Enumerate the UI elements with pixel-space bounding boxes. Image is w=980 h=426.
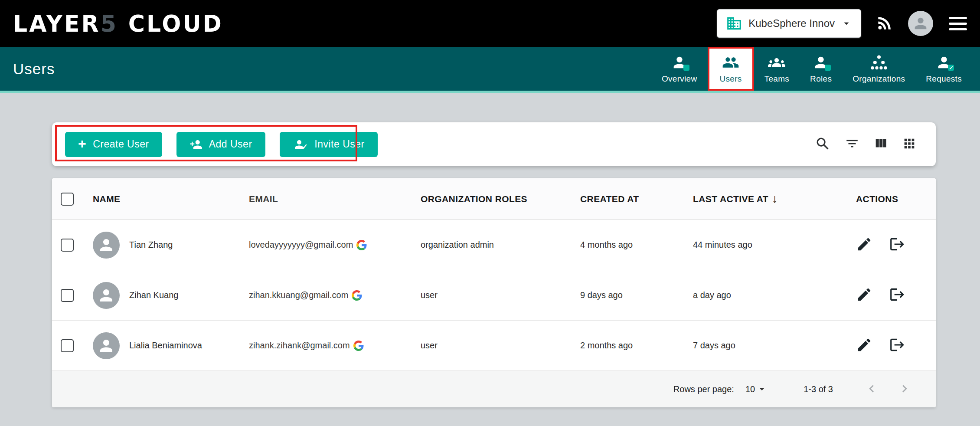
table-header-row: NAME EMAIL ORGANIZATION ROLES CREATED AT… — [52, 178, 936, 220]
user-name: Tian Zhang — [129, 240, 173, 250]
requests-person-check-icon: ✓ — [935, 54, 953, 71]
tab-requests[interactable]: ✓ Requests — [915, 47, 972, 91]
user-name: Zihan Kuang — [129, 290, 178, 300]
teams-group-icon — [768, 54, 785, 71]
tab-organizations[interactable]: Organizations — [842, 47, 915, 91]
add-user-label: Add User — [209, 138, 252, 150]
row-checkbox[interactable] — [61, 239, 74, 252]
user-created-at: 4 months ago — [575, 240, 688, 250]
person-add-icon — [189, 138, 203, 151]
user-last-active: a day ago — [688, 290, 844, 300]
person-check-icon: ✓ — [293, 138, 308, 151]
table-footer: Rows per page: 10 1-3 of 3 — [52, 371, 936, 407]
user-role: user — [415, 290, 575, 300]
user-role: user — [415, 341, 575, 351]
user-last-active: 44 minutes ago — [688, 240, 844, 250]
next-page-icon[interactable] — [897, 381, 912, 397]
user-avatar — [93, 232, 120, 259]
remove-user-icon[interactable] — [889, 236, 905, 254]
row-checkbox[interactable] — [61, 289, 74, 302]
view-columns-icon[interactable] — [873, 136, 888, 152]
tab-overview[interactable]: Overview — [651, 47, 708, 91]
search-icon[interactable] — [815, 136, 831, 153]
user-action-buttons: + Create User Add User ✓ Invite User — [65, 132, 378, 157]
tab-roles-label: Roles — [810, 74, 832, 84]
tab-requests-label: Requests — [926, 74, 962, 84]
user-last-active: 7 days ago — [688, 341, 844, 351]
rows-per-page-value: 10 — [745, 384, 755, 394]
user-email: lovedayyyyyyy@gmail.com — [249, 240, 353, 250]
create-user-label: Create User — [93, 138, 149, 150]
rows-per-page-label: Rows per page: — [673, 384, 734, 394]
col-header-org-roles[interactable]: ORGANIZATION ROLES — [415, 194, 575, 204]
user-avatar — [93, 332, 120, 359]
col-header-last-active[interactable]: LAST ACTIVE AT ↓ — [688, 192, 844, 206]
previous-page-icon[interactable] — [864, 381, 879, 397]
hamburger-menu-icon[interactable] — [947, 15, 969, 32]
rows-per-page-select[interactable]: 10 — [745, 384, 767, 394]
secondary-nav: Users Overview Users Teams — [0, 47, 980, 93]
user-email: zihank.zihank@gmail.com — [249, 341, 350, 351]
org-selector-value: KubeSphere Innov — [748, 17, 835, 29]
table-tools — [815, 136, 917, 153]
table-row: Tian Zhang lovedayyyyyyy@gmail.com organ… — [52, 220, 936, 270]
user-name: Lialia Beniaminova — [129, 341, 202, 351]
col-header-email[interactable]: EMAIL — [244, 194, 415, 204]
tab-users-active[interactable]: Users — [708, 47, 754, 91]
invite-user-label: Invite User — [314, 138, 364, 150]
table-row: Lialia Beniaminova zihank.zihank@gmail.c… — [52, 321, 936, 371]
select-all-checkbox[interactable] — [61, 193, 74, 206]
pagination-range: 1-3 of 3 — [804, 384, 833, 394]
tab-organizations-label: Organizations — [853, 74, 905, 84]
tab-teams[interactable]: Teams — [754, 47, 800, 91]
col-header-name[interactable]: NAME — [88, 194, 244, 204]
tab-users-label: Users — [720, 74, 742, 84]
table-row: Zihan Kuang zihan.kkuang@gmail.com user … — [52, 270, 936, 321]
edit-user-icon[interactable] — [856, 286, 872, 304]
plus-icon: + — [78, 137, 86, 151]
user-avatar[interactable] — [908, 11, 933, 36]
grid-view-icon[interactable] — [902, 136, 917, 152]
roles-person-key-icon — [812, 54, 830, 71]
invite-user-button[interactable]: ✓ Invite User — [280, 132, 378, 157]
logo: LAYER5 CLOUD — [13, 10, 223, 37]
user-role: organization admin — [415, 240, 575, 250]
sort-desc-icon[interactable]: ↓ — [772, 192, 778, 206]
google-icon — [356, 240, 367, 250]
organizations-hierarchy-icon — [870, 54, 888, 71]
user-created-at: 9 days ago — [575, 290, 688, 300]
remove-user-icon[interactable] — [889, 337, 905, 354]
building-icon — [726, 15, 742, 32]
rss-icon[interactable] — [875, 13, 894, 34]
col-header-actions: ACTIONS — [844, 194, 936, 204]
org-selector[interactable]: KubeSphere Innov — [717, 9, 861, 38]
user-email: zihan.kkuang@gmail.com — [249, 290, 348, 300]
nav-tabs: Overview Users Teams Roles Orga — [651, 47, 980, 91]
toolbar: + Create User Add User ✓ Invite User — [52, 122, 936, 166]
users-table: NAME EMAIL ORGANIZATION ROLES CREATED AT… — [52, 178, 936, 407]
tab-teams-label: Teams — [764, 74, 789, 84]
google-icon — [353, 341, 364, 351]
edit-user-icon[interactable] — [856, 337, 872, 354]
caret-down-icon — [757, 384, 767, 394]
main-content: + Create User Add User ✓ Invite User — [0, 93, 980, 407]
page-title: Users — [0, 60, 55, 78]
create-user-button[interactable]: + Create User — [65, 132, 162, 157]
row-checkbox[interactable] — [61, 339, 74, 352]
caret-down-icon — [841, 18, 852, 29]
col-header-created-at[interactable]: CREATED AT — [575, 194, 688, 204]
google-icon — [352, 290, 362, 301]
users-group-icon — [722, 54, 739, 71]
tab-roles[interactable]: Roles — [800, 47, 842, 91]
logo-layer: LAYER — [13, 10, 101, 37]
remove-user-icon[interactable] — [889, 286, 905, 304]
logo-cloud: CLOUD — [128, 10, 223, 37]
person-icon — [912, 15, 929, 32]
add-user-button[interactable]: Add User — [176, 132, 265, 157]
logo-five: 5 — [101, 10, 118, 37]
overview-person-badge-icon — [671, 54, 688, 71]
edit-user-icon[interactable] — [856, 236, 872, 254]
top-header: LAYER5 CLOUD KubeSphere Innov — [0, 0, 980, 47]
filter-icon[interactable] — [845, 136, 859, 152]
user-created-at: 2 months ago — [575, 341, 688, 351]
